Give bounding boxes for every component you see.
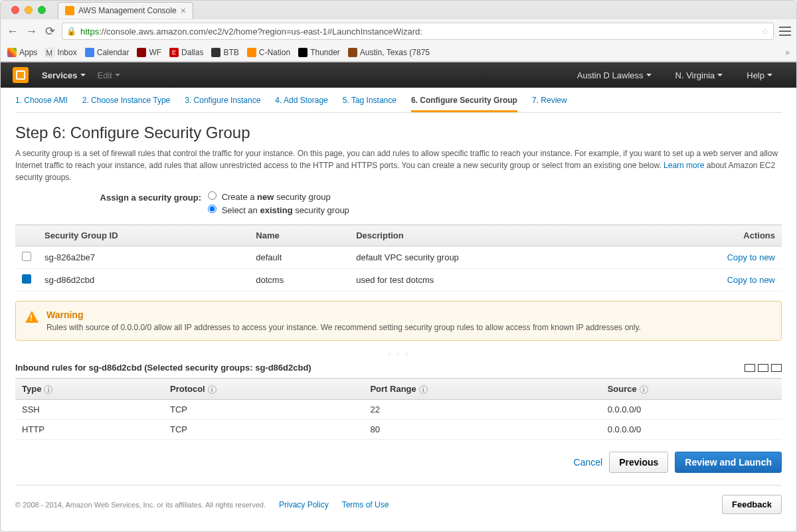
col-sg-name[interactable]: Name: [249, 225, 349, 246]
minimize-window-button[interactable]: [25, 6, 33, 14]
col-type[interactable]: Typei: [15, 379, 163, 400]
bookmark-austin[interactable]: Austin, Texas (7875: [348, 48, 430, 57]
inbound-rules-table: Typei Protocoli Port Rangei Sourcei SSH …: [15, 378, 782, 440]
nav-region[interactable]: N. Virginia: [675, 70, 723, 80]
sg-id-cell: sg-826a2be7: [38, 246, 249, 269]
view-icon-2[interactable]: [758, 364, 768, 372]
cancel-button[interactable]: Cancel: [574, 457, 603, 468]
close-window-button[interactable]: [11, 6, 19, 14]
rule-source: 0.0.0.0/0: [601, 420, 782, 440]
sg-desc-cell: used for test dotcms: [349, 269, 632, 292]
wizard-step-3[interactable]: 3. Configure Instance: [185, 96, 260, 112]
wizard-step-5[interactable]: 5. Tag Instance: [343, 96, 397, 112]
bookmarks-overflow-icon[interactable]: »: [785, 48, 790, 57]
info-icon[interactable]: i: [419, 385, 428, 394]
feedback-button[interactable]: Feedback: [722, 495, 782, 514]
rule-row: HTTP TCP 80 0.0.0.0/0: [15, 420, 782, 440]
bookmark-cnation[interactable]: C-Nation: [247, 48, 290, 57]
aws-logo-icon[interactable]: [13, 67, 29, 83]
nav-services[interactable]: Services: [42, 70, 86, 80]
action-buttons: Cancel Previous Review and Launch: [15, 440, 782, 486]
close-tab-icon[interactable]: ×: [181, 5, 186, 16]
wizard-step-4[interactable]: 4. Add Storage: [275, 96, 327, 112]
chevron-down-icon: [646, 74, 652, 76]
bookmark-btb[interactable]: BTB: [211, 48, 238, 57]
rule-port: 22: [363, 400, 600, 420]
rule-port: 80: [363, 420, 600, 440]
bookmark-star-icon[interactable]: ☆: [761, 27, 769, 37]
privacy-policy-link[interactable]: Privacy Policy: [279, 500, 329, 509]
col-source[interactable]: Sourcei: [601, 379, 782, 400]
browser-tab[interactable]: AWS Management Console ×: [58, 2, 193, 19]
dallas-icon: E: [169, 48, 179, 57]
nav-edit[interactable]: Edit: [98, 70, 120, 80]
rule-row: SSH TCP 22 0.0.0.0/0: [15, 400, 782, 420]
hamburger-menu-icon[interactable]: [779, 27, 791, 36]
table-row[interactable]: sg-826a2be7 default default VPC security…: [15, 246, 782, 269]
back-button[interactable]: ←: [6, 25, 19, 38]
window-controls: [6, 6, 51, 14]
wizard-step-6[interactable]: 6. Configure Security Group: [411, 96, 517, 112]
sg-name-cell: default: [249, 246, 349, 269]
rule-type: SSH: [15, 400, 163, 420]
review-and-launch-button[interactable]: Review and Launch: [675, 452, 782, 473]
view-icon-1[interactable]: [745, 364, 755, 372]
terms-of-use-link[interactable]: Terms of Use: [342, 500, 389, 509]
forward-button[interactable]: →: [25, 25, 38, 38]
nav-help[interactable]: Help: [747, 70, 772, 80]
bookmark-inbox[interactable]: MInbox: [45, 48, 76, 57]
assign-label: Assign a security group:: [15, 191, 201, 203]
url-path: ://console.aws.amazon.com/ec2/v2/home?re…: [99, 27, 422, 37]
view-mode-icons: [745, 364, 782, 372]
info-icon[interactable]: i: [208, 385, 217, 394]
table-row[interactable]: sg-d86d2cbd dotcms used for test dotcms …: [15, 269, 782, 292]
col-sg-id[interactable]: Security Group ID: [38, 225, 249, 246]
lock-icon: 🔒: [66, 27, 76, 36]
chevron-down-icon: [717, 74, 723, 76]
reload-button[interactable]: ⟳: [43, 25, 56, 38]
aws-nav-bar: Services Edit Austin D Lawless N. Virgin…: [1, 62, 796, 88]
wizard-step-2[interactable]: 2. Choose Instance Type: [82, 96, 171, 112]
bookmark-wf[interactable]: WF: [137, 48, 161, 57]
wf-icon: [137, 48, 146, 57]
browser-window: AWS Management Console × ← → ⟳ 🔒 https :…: [0, 0, 797, 532]
sg-desc-cell: default VPC security group: [349, 246, 632, 269]
view-icon-3[interactable]: [771, 364, 782, 372]
wizard-step-7[interactable]: 7. Review: [532, 96, 567, 112]
row-checkbox[interactable]: [22, 252, 31, 261]
security-groups-table: Security Group ID Name Description Actio…: [15, 224, 782, 292]
bookmark-thunder[interactable]: Thunder: [298, 48, 340, 57]
col-sg-desc[interactable]: Description: [349, 225, 632, 246]
radio-select-existing[interactable]: [208, 205, 217, 213]
apps-icon: [7, 48, 17, 57]
copy-to-new-link[interactable]: Copy to new: [727, 252, 775, 262]
pane-resize-handle[interactable]: ○ ○ ○: [15, 350, 782, 357]
info-icon[interactable]: i: [640, 385, 648, 394]
chevron-down-icon: [115, 74, 120, 76]
bookmarks-bar: Apps MInbox Calendar WF EDallas BTB C-Na…: [1, 43, 796, 62]
nav-user[interactable]: Austin D Lawless: [577, 70, 652, 80]
rule-source: 0.0.0.0/0: [601, 400, 782, 420]
bookmark-apps[interactable]: Apps: [7, 48, 37, 57]
info-icon[interactable]: i: [44, 385, 52, 394]
row-checkbox[interactable]: [22, 274, 31, 284]
option-create-new[interactable]: Create a new security group: [208, 191, 349, 202]
wizard-steps: 1. Choose AMI 2. Choose Instance Type 3.…: [15, 96, 782, 113]
bookmark-dallas[interactable]: EDallas: [169, 48, 203, 57]
previous-button[interactable]: Previous: [609, 452, 668, 473]
aws-favicon: [65, 6, 74, 15]
austin-icon: [348, 48, 357, 57]
gmail-icon: M: [45, 48, 54, 57]
copy-to-new-link[interactable]: Copy to new: [727, 275, 775, 285]
col-port[interactable]: Port Rangei: [363, 379, 600, 400]
radio-create-new[interactable]: [208, 191, 217, 200]
page-title: Step 6: Configure Security Group: [15, 124, 782, 142]
learn-more-link[interactable]: Learn more: [664, 161, 704, 170]
sg-name-cell: dotcms: [249, 269, 349, 292]
wizard-step-1[interactable]: 1. Choose AMI: [15, 96, 68, 112]
bookmark-calendar[interactable]: Calendar: [85, 48, 130, 57]
maximize-window-button[interactable]: [38, 6, 46, 14]
option-select-existing[interactable]: Select an existing security group: [208, 205, 349, 215]
col-protocol[interactable]: Protocoli: [163, 379, 363, 400]
address-bar[interactable]: 🔒 https ://console.aws.amazon.com/ec2/v2…: [62, 23, 774, 40]
